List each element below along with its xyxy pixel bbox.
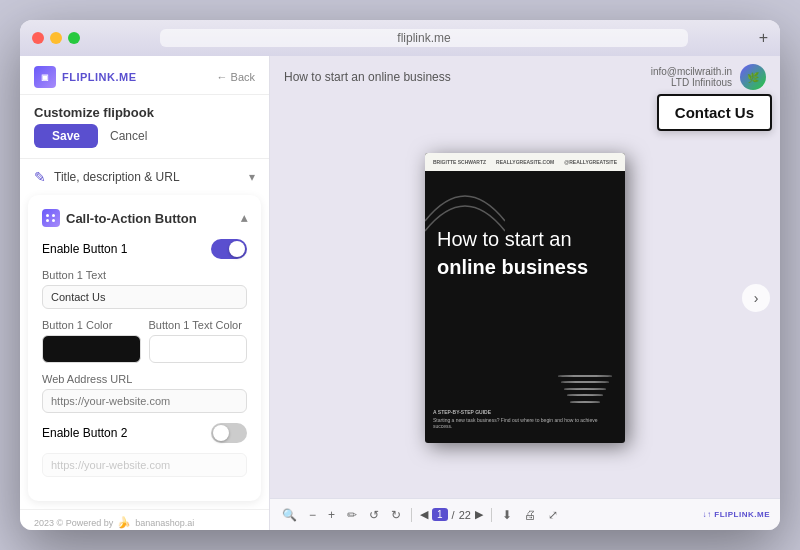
bottom-toolbar: 🔍 − + ✏ ↺ ↻ ◀ 1 / 22 ▶ ⬇ 🖨 ⤢ ↓↑ FLIPLINK (270, 498, 780, 530)
button1-color-swatch[interactable] (42, 335, 141, 363)
book-author: BRIGITTE SCHWARTZ (433, 159, 486, 165)
zoom-out-icon[interactable]: − (307, 506, 318, 524)
enable-button1-toggle[interactable] (211, 239, 247, 259)
sidebar-footer: 2023 © Powered by 🍌 bananashop.ai (20, 509, 269, 530)
cta-icon (42, 209, 60, 227)
book-page: BRIGITTE SCHWARTZ REALLYGREASITE.COM @RE… (425, 153, 625, 443)
banana-icon: 🍌 (117, 516, 131, 529)
button1-text-color-swatch[interactable] (149, 335, 248, 363)
brand-label: ↓↑ FLIPLINK.ME (703, 510, 770, 519)
title-accordion-header[interactable]: ✎ Title, description & URL ▾ (20, 159, 269, 195)
web-address2-field (42, 453, 247, 477)
top-bar-right: info@mcilwraith.in LTD Infinitous 🌿 (651, 64, 766, 90)
web-address-field: Web Address URL (42, 373, 247, 413)
web-address-label: Web Address URL (42, 373, 247, 385)
preview-area: How to start an online business info@mci… (270, 56, 780, 530)
book-header-bar: BRIGITTE SCHWARTZ REALLYGREASITE.COM @RE… (425, 153, 625, 171)
footer-brand: bananashop.ai (135, 518, 194, 528)
page-separator: / (452, 509, 455, 521)
titlebar: fliplink.me + (20, 20, 780, 56)
cta-panel-header: Call-to-Action Button ▴ (42, 209, 247, 227)
title-accordion: ✎ Title, description & URL ▾ (20, 158, 269, 195)
undo-icon[interactable]: ↺ (367, 506, 381, 524)
main-content: ▣ FLIPLINK.ME ← Back Customize flipbook … (20, 56, 780, 530)
search-toolbar-icon[interactable]: 🔍 (280, 506, 299, 524)
title-accordion-label: Title, description & URL (54, 170, 180, 184)
url-bar[interactable]: fliplink.me (160, 29, 688, 47)
traffic-lights (32, 32, 80, 44)
button1-color-label: Button 1 Color (42, 319, 141, 331)
preview-top-bar: How to start an online business info@mci… (270, 56, 780, 98)
new-tab-button[interactable]: + (759, 29, 768, 47)
toolbar-divider2 (491, 508, 492, 522)
print-icon[interactable]: 🖨 (522, 506, 538, 524)
preview-title: How to start an online business (284, 70, 451, 84)
cta-panel: Call-to-Action Button ▴ Enable Button 1 … (28, 195, 261, 501)
maximize-button[interactable] (68, 32, 80, 44)
user-avatar: 🌿 (740, 64, 766, 90)
current-page: 1 (432, 508, 448, 521)
cta-chevron-icon: ▴ (241, 211, 247, 225)
prev-page-icon[interactable]: ◀ (420, 508, 428, 521)
book-area: BRIGITTE SCHWARTZ REALLYGREASITE.COM @RE… (270, 98, 780, 498)
button1-text-input[interactable] (42, 285, 247, 309)
close-button[interactable] (32, 32, 44, 44)
title-icon: ✎ (34, 169, 46, 185)
book-handle: @REALLYGREATSITE (564, 159, 617, 165)
app-window: fliplink.me + ▣ FLIPLINK.ME ← Back Custo… (20, 20, 780, 530)
sidebar-actions: Save Cancel (20, 124, 269, 158)
total-pages: 22 (459, 509, 471, 521)
pen-icon[interactable]: ✏ (345, 506, 359, 524)
download-icon[interactable]: ⬇ (500, 506, 514, 524)
cta-panel-title: Call-to-Action Button (66, 211, 197, 226)
book-content: How to start an online business (425, 171, 625, 437)
button1-text-field: Button 1 Text (42, 269, 247, 309)
page-indicator: ◀ 1 / 22 ▶ (420, 508, 483, 521)
sidebar: ▣ FLIPLINK.ME ← Back Customize flipbook … (20, 56, 270, 530)
button1-text-color-field: Button 1 Text Color (149, 319, 248, 363)
customize-title: Customize flipbook (20, 95, 269, 124)
enable-button1-label: Enable Button 1 (42, 242, 127, 256)
color-row: Button 1 Color Button 1 Text Color (42, 319, 247, 363)
enable-button2-label: Enable Button 2 (42, 426, 127, 440)
toolbar-divider (411, 508, 412, 522)
web-address-input[interactable] (42, 389, 247, 413)
user-info: info@mcilwraith.in LTD Infinitous (651, 66, 732, 88)
book-site: REALLYGREASITE.COM (496, 159, 554, 165)
button1-text-color-label: Button 1 Text Color (149, 319, 248, 331)
minimize-button[interactable] (50, 32, 62, 44)
cta-button-overlay[interactable]: Contact Us (657, 94, 772, 131)
user-email: info@mcilwraith.in (651, 66, 732, 77)
button1-text-label: Button 1 Text (42, 269, 247, 281)
sidebar-header: ▣ FLIPLINK.ME ← Back (20, 56, 269, 95)
cancel-button[interactable]: Cancel (106, 124, 151, 148)
back-link[interactable]: ← Back (216, 71, 255, 83)
zoom-in-icon[interactable]: + (326, 506, 337, 524)
book-spiral (555, 375, 615, 408)
redo-icon[interactable]: ↻ (389, 506, 403, 524)
enable-button2-toggle[interactable] (211, 423, 247, 443)
next-page-button[interactable]: › (742, 284, 770, 312)
logo-icon: ▣ (34, 66, 56, 88)
user-sub: LTD Infinitous (651, 77, 732, 88)
button1-color-field: Button 1 Color (42, 319, 141, 363)
enable-button1-row: Enable Button 1 (42, 239, 247, 259)
save-button[interactable]: Save (34, 124, 98, 148)
book-footer: A STEP-BY-STEP GUIDE Starting a new task… (433, 409, 617, 429)
logo-text: FLIPLINK.ME (62, 71, 137, 83)
web-address2-input[interactable] (42, 453, 247, 477)
enable-button2-row: Enable Button 2 (42, 423, 247, 443)
next-page-icon[interactable]: ▶ (475, 508, 483, 521)
fullscreen-icon[interactable]: ⤢ (546, 506, 560, 524)
title-chevron-icon: ▾ (249, 170, 255, 184)
footer-text: 2023 © Powered by (34, 518, 113, 528)
